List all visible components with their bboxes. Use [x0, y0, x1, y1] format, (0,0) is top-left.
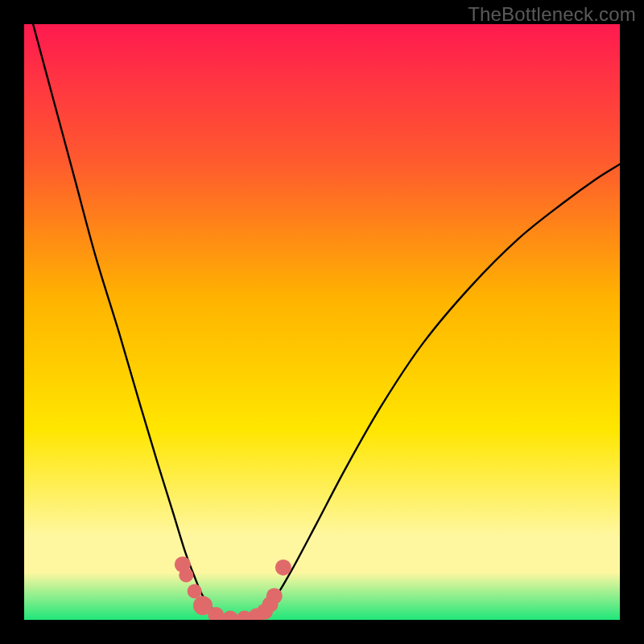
- curve-marker: [179, 568, 193, 583]
- curve-marker: [188, 584, 202, 598]
- curve-marker: [275, 559, 291, 576]
- outer-frame: TheBottleneck.com: [0, 0, 644, 644]
- curve-marker: [266, 588, 283, 604]
- chart-svg: [24, 24, 620, 620]
- plot-area: [24, 24, 620, 620]
- watermark-text: TheBottleneck.com: [468, 3, 636, 26]
- gradient-background: [24, 24, 620, 620]
